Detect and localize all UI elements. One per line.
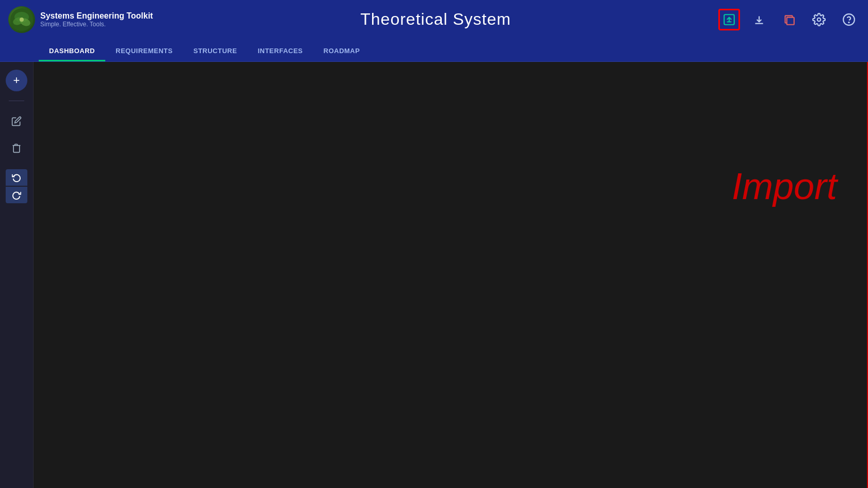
logo-text: Systems Engineering Toolkit Simple. Effe…: [40, 11, 153, 28]
undo-button[interactable]: [6, 169, 27, 186]
tab-dashboard[interactable]: DASHBOARD: [39, 42, 105, 61]
redo-button[interactable]: [6, 187, 27, 203]
svg-point-12: [817, 18, 821, 21]
settings-button[interactable]: [808, 9, 830, 30]
tab-interfaces[interactable]: INTERFACES: [247, 42, 313, 61]
tab-requirements[interactable]: REQUIREMENTS: [105, 42, 183, 61]
nav-tabs: DASHBOARD REQUIREMENTS STRUCTURE INTERFA…: [0, 39, 868, 62]
main-canvas[interactable]: Import: [34, 62, 868, 488]
download-button[interactable]: [748, 9, 770, 30]
sidebar-divider-1: [9, 101, 24, 101]
svg-point-4: [20, 18, 24, 22]
layers-button[interactable]: [778, 9, 800, 30]
main-layout: +: [0, 62, 868, 488]
tab-structure[interactable]: STRUCTURE: [183, 42, 248, 61]
app-subtitle: Simple. Effective. Tools.: [40, 21, 153, 28]
header-actions: [718, 9, 860, 30]
app-logo: [8, 6, 35, 33]
logo-area: Systems Engineering Toolkit Simple. Effe…: [8, 6, 153, 33]
import-button[interactable]: [718, 9, 740, 30]
top-header: Systems Engineering Toolkit Simple. Effe…: [0, 0, 868, 39]
left-sidebar: +: [0, 62, 34, 488]
delete-button[interactable]: [6, 137, 27, 159]
help-button[interactable]: [838, 9, 860, 30]
undo-redo-group: [6, 169, 27, 203]
page-title: Theoretical System: [360, 10, 511, 29]
import-label: Import: [732, 165, 837, 207]
app-title: Systems Engineering Toolkit: [40, 11, 153, 21]
add-button[interactable]: +: [6, 70, 27, 91]
page-title-area: Theoretical System: [153, 10, 718, 29]
tab-roadmap[interactable]: ROADMAP: [313, 42, 371, 61]
svg-rect-11: [787, 17, 794, 24]
edit-button[interactable]: [6, 110, 27, 132]
